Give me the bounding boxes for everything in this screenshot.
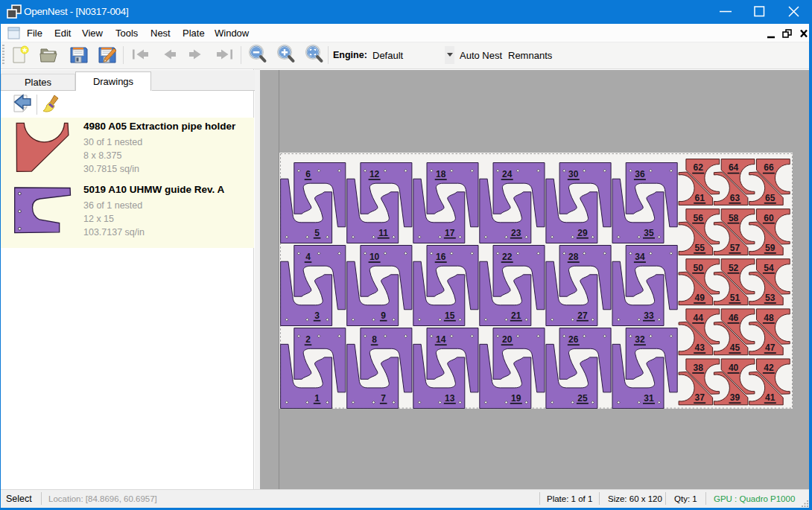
svg-text:59: 59 [765, 243, 775, 253]
svg-text:14: 14 [436, 334, 446, 345]
svg-text:6: 6 [305, 169, 311, 179]
svg-text:64: 64 [728, 162, 738, 173]
svg-text:57: 57 [729, 243, 740, 253]
svg-text:45: 45 [729, 342, 740, 353]
svg-text:53: 53 [765, 293, 775, 303]
svg-text:42: 42 [764, 363, 774, 373]
svg-text:7: 7 [381, 393, 386, 404]
svg-text:41: 41 [765, 392, 775, 403]
svg-text:12: 12 [369, 169, 379, 179]
svg-text:4: 4 [305, 252, 311, 262]
svg-text:40: 40 [728, 363, 738, 373]
svg-text:20: 20 [502, 334, 513, 345]
svg-text:47: 47 [765, 342, 775, 353]
svg-text:61: 61 [694, 192, 705, 203]
svg-text:29: 29 [577, 228, 588, 238]
svg-text:48: 48 [764, 313, 774, 323]
svg-text:46: 46 [728, 313, 738, 323]
svg-text:3: 3 [314, 310, 320, 321]
svg-text:24: 24 [502, 169, 513, 179]
svg-text:23: 23 [511, 228, 521, 238]
svg-text:9: 9 [381, 310, 386, 321]
svg-text:11: 11 [378, 228, 388, 238]
svg-text:26: 26 [568, 334, 579, 345]
svg-text:51: 51 [729, 293, 740, 303]
svg-text:38: 38 [693, 363, 703, 373]
svg-text:25: 25 [577, 393, 588, 404]
svg-text:65: 65 [765, 192, 775, 203]
svg-text:31: 31 [644, 393, 654, 404]
svg-text:58: 58 [728, 212, 738, 223]
svg-text:22: 22 [502, 252, 513, 262]
svg-text:52: 52 [728, 262, 738, 272]
svg-text:8: 8 [372, 334, 377, 345]
svg-text:15: 15 [445, 310, 455, 321]
svg-text:18: 18 [436, 169, 446, 179]
svg-text:27: 27 [577, 310, 588, 321]
svg-text:37: 37 [694, 392, 705, 403]
svg-text:10: 10 [369, 252, 379, 262]
svg-text:5: 5 [314, 228, 320, 238]
svg-text:49: 49 [694, 293, 705, 303]
svg-text:43: 43 [694, 342, 705, 353]
svg-text:16: 16 [436, 252, 446, 262]
svg-text:63: 63 [729, 192, 740, 203]
svg-text:55: 55 [694, 243, 705, 253]
svg-text:44: 44 [693, 313, 703, 323]
svg-text:66: 66 [764, 162, 774, 173]
svg-text:30: 30 [568, 169, 579, 179]
svg-text:36: 36 [635, 169, 645, 179]
svg-text:19: 19 [511, 393, 521, 404]
svg-text:56: 56 [693, 212, 703, 223]
svg-text:13: 13 [445, 393, 455, 404]
svg-text:50: 50 [693, 262, 703, 272]
svg-text:54: 54 [764, 262, 774, 272]
svg-text:35: 35 [644, 228, 654, 238]
svg-text:33: 33 [644, 310, 654, 321]
svg-text:28: 28 [568, 252, 579, 262]
svg-text:60: 60 [764, 212, 774, 223]
svg-text:62: 62 [693, 162, 703, 173]
svg-text:39: 39 [729, 392, 740, 403]
svg-text:21: 21 [511, 310, 521, 321]
svg-text:17: 17 [445, 228, 455, 238]
svg-text:1: 1 [314, 393, 320, 404]
svg-text:32: 32 [635, 334, 645, 345]
svg-text:2: 2 [305, 334, 311, 345]
svg-text:34: 34 [635, 252, 645, 262]
